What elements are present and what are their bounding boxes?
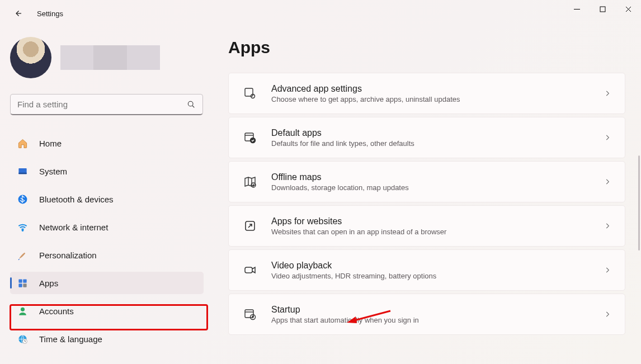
card-default-apps[interactable]: Default apps Defaults for file and link … bbox=[228, 117, 625, 158]
card-video-playback[interactable]: Video playback Video adjustments, HDR st… bbox=[228, 249, 625, 291]
chevron-right-icon bbox=[604, 222, 611, 230]
card-subtitle: Defaults for file and link types, other … bbox=[271, 139, 604, 148]
video-icon bbox=[242, 262, 258, 278]
chevron-right-icon bbox=[604, 266, 611, 274]
main-content: Apps Advanced app settings Choose where … bbox=[213, 27, 641, 364]
accounts-icon bbox=[17, 305, 28, 316]
sidebar-item-label: Home bbox=[39, 139, 62, 148]
profile-block[interactable] bbox=[10, 37, 202, 78]
card-startup[interactable]: Startup Apps that start automatically wh… bbox=[228, 294, 625, 335]
search-icon bbox=[187, 100, 196, 109]
chevron-right-icon bbox=[604, 178, 611, 186]
card-advanced-app-settings[interactable]: Advanced app settings Choose where to ge… bbox=[228, 73, 625, 114]
sidebar-item-label: Apps bbox=[39, 278, 58, 288]
apps-icon bbox=[17, 277, 28, 289]
card-title: Advanced app settings bbox=[271, 84, 604, 94]
svg-rect-3 bbox=[18, 172, 26, 173]
card-title: Default apps bbox=[271, 128, 604, 138]
svg-rect-7 bbox=[23, 279, 26, 282]
globe-clock-icon bbox=[17, 333, 28, 344]
card-title: Apps for websites bbox=[271, 216, 604, 226]
svg-point-5 bbox=[22, 230, 23, 231]
sidebar-item-time-language[interactable]: Time & language bbox=[10, 328, 204, 350]
home-icon bbox=[17, 138, 28, 149]
maximize-icon bbox=[600, 6, 606, 12]
nav-list: Home System Bluetooth & devices Network … bbox=[10, 132, 202, 350]
svg-point-16 bbox=[251, 138, 256, 143]
open-external-icon bbox=[242, 218, 258, 234]
sidebar-item-apps[interactable]: Apps bbox=[10, 272, 204, 294]
chevron-right-icon bbox=[604, 134, 611, 141]
wifi-icon bbox=[17, 221, 28, 233]
sidebar-item-bluetooth[interactable]: Bluetooth & devices bbox=[10, 188, 204, 210]
bluetooth-icon bbox=[17, 193, 28, 205]
card-title: Video playback bbox=[271, 261, 604, 271]
svg-rect-0 bbox=[600, 7, 605, 12]
card-title: Startup bbox=[271, 305, 604, 315]
page-title: Apps bbox=[228, 38, 625, 57]
card-subtitle: Downloads, storage location, map updates bbox=[271, 183, 604, 192]
card-apps-for-websites[interactable]: Apps for websites Websites that can open… bbox=[228, 205, 625, 247]
card-subtitle: Apps that start automatically when you s… bbox=[271, 316, 604, 324]
default-apps-icon bbox=[242, 130, 258, 145]
card-subtitle: Video adjustments, HDR streaming, batter… bbox=[271, 272, 604, 280]
sidebar-item-label: Accounts bbox=[39, 306, 74, 316]
sidebar-item-system[interactable]: System bbox=[10, 160, 204, 182]
sidebar-item-label: Personalization bbox=[39, 250, 97, 260]
close-button[interactable] bbox=[615, 0, 641, 18]
scrollbar[interactable] bbox=[638, 155, 640, 250]
close-icon bbox=[625, 6, 631, 12]
sidebar-item-label: Time & language bbox=[39, 334, 102, 344]
search-input[interactable] bbox=[17, 100, 187, 109]
chevron-right-icon bbox=[604, 310, 611, 318]
minimize-button[interactable] bbox=[564, 0, 590, 18]
svg-rect-19 bbox=[245, 267, 252, 273]
svg-point-1 bbox=[188, 101, 193, 106]
system-icon bbox=[17, 166, 28, 177]
sidebar-item-label: System bbox=[39, 167, 67, 176]
minimize-icon bbox=[574, 6, 580, 12]
sidebar-item-network[interactable]: Network & internet bbox=[10, 216, 204, 238]
sidebar-item-accounts[interactable]: Accounts bbox=[10, 300, 204, 322]
paintbrush-icon bbox=[17, 249, 28, 261]
search-box[interactable] bbox=[10, 94, 203, 115]
sidebar-item-label: Network & internet bbox=[39, 223, 108, 232]
svg-point-10 bbox=[20, 307, 24, 311]
sidebar: Home System Bluetooth & devices Network … bbox=[0, 27, 213, 364]
card-title: Offline maps bbox=[271, 172, 604, 182]
chevron-right-icon bbox=[604, 89, 611, 97]
maximize-button[interactable] bbox=[590, 0, 615, 18]
profile-name-redacted bbox=[60, 45, 160, 70]
avatar bbox=[10, 37, 51, 78]
window-controls bbox=[564, 0, 641, 18]
sidebar-item-label: Bluetooth & devices bbox=[39, 195, 114, 204]
card-subtitle: Websites that can open in an app instead… bbox=[271, 228, 604, 236]
card-subtitle: Choose where to get apps, archive apps, … bbox=[271, 95, 604, 103]
back-button[interactable] bbox=[11, 7, 25, 20]
card-offline-maps[interactable]: Offline maps Downloads, storage location… bbox=[228, 161, 625, 202]
svg-rect-9 bbox=[23, 283, 26, 287]
title-bar: Settings bbox=[0, 0, 641, 27]
startup-icon bbox=[242, 306, 258, 322]
sidebar-item-personalization[interactable]: Personalization bbox=[10, 244, 204, 266]
window-title: Settings bbox=[37, 10, 63, 18]
advanced-settings-icon bbox=[242, 86, 258, 101]
svg-rect-6 bbox=[18, 279, 22, 282]
svg-rect-8 bbox=[18, 283, 22, 287]
map-icon bbox=[242, 174, 258, 190]
arrow-left-icon bbox=[13, 8, 23, 18]
sidebar-item-home[interactable]: Home bbox=[10, 132, 204, 154]
